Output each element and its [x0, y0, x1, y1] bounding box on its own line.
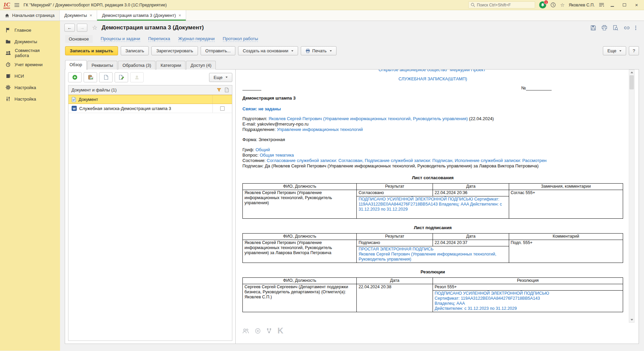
1c-logo-icon: 1С: [3, 2, 10, 8]
files-list-title: Документ и файлы (1): [71, 87, 117, 92]
resolutions-table: ФИО, Должность Дата Резолюция Сергеев Се…: [242, 277, 623, 312]
signed-label: Подписан:: [242, 163, 265, 168]
back-button[interactable]: ←: [64, 24, 75, 32]
preview-icon[interactable]: [613, 25, 618, 31]
print-icon[interactable]: [602, 25, 607, 31]
svg-text:W: W: [73, 107, 76, 110]
chevron-down-icon: [226, 77, 228, 78]
main-menu-icon[interactable]: [14, 3, 20, 7]
org-name-clipped: Открытое акционерное общество "Меркурий …: [242, 70, 623, 73]
sidebar-item-settings-gear[interactable]: Настройка: [0, 82, 60, 93]
close-icon[interactable]: ×: [90, 13, 92, 18]
save-button[interactable]: Записать: [121, 46, 149, 55]
document-footer-icons: K: [242, 327, 283, 335]
more-button[interactable]: Еще: [603, 46, 626, 55]
col-header: Результат: [357, 184, 433, 190]
file-row-memo[interactable]: W Служебная записка-Демонстрация штампа …: [68, 104, 232, 113]
prepared-label: Подготовил:: [242, 116, 268, 121]
scan-button[interactable]: [130, 72, 144, 82]
scroll-up-button[interactable]: [629, 70, 634, 75]
state-label: Состояние:: [242, 158, 267, 163]
scrollbar-thumb[interactable]: [630, 75, 634, 89]
col-header: Результат: [357, 234, 433, 240]
sidebar-item-collaboration[interactable]: Совместная работа: [0, 47, 60, 59]
paste-from-clipboard-button[interactable]: [84, 72, 97, 82]
send-button[interactable]: Отправить...: [201, 46, 235, 55]
scroll-down-button[interactable]: [629, 317, 634, 322]
add-button[interactable]: [68, 72, 82, 82]
close-icon[interactable]: ×: [179, 13, 181, 18]
form-tabstrip: Обзор Реквизиты Обработка (3) Категории …: [60, 58, 644, 69]
nav-correspondence[interactable]: Переписка: [148, 36, 170, 42]
relations-link[interactable]: Связи: не заданы: [242, 106, 623, 111]
nav-processes-tasks[interactable]: Процессы и задачи: [101, 36, 140, 42]
more-options-kebab-icon[interactable]: [635, 26, 636, 30]
search-input[interactable]: [477, 3, 533, 7]
tab-requisites[interactable]: Реквизиты: [87, 61, 118, 70]
number-row: №: [242, 85, 623, 90]
resolution-date: 22.04.2024 20:38: [357, 284, 433, 312]
file-preview-icon[interactable]: [225, 87, 229, 92]
nav-transfer-log[interactable]: Журнал передачи: [178, 36, 215, 42]
save-settings-icon[interactable]: [590, 25, 596, 31]
state-value[interactable]: Согласование служебной записки: Согласов…: [267, 158, 547, 163]
tab-documents[interactable]: Документы ×: [60, 10, 97, 21]
notifications-bell-icon[interactable]: 1: [539, 1, 546, 8]
col-header: ФИО, Должность: [243, 234, 357, 240]
grif-link[interactable]: Общий: [256, 147, 270, 152]
nav-main[interactable]: Основное: [65, 35, 93, 43]
sidebar-item-time-tracking[interactable]: Учет времени: [0, 59, 60, 70]
forward-button[interactable]: →: [77, 24, 87, 32]
customize-list-icon[interactable]: [216, 87, 222, 92]
nav-work-protocol[interactable]: Протокол работы: [223, 36, 258, 42]
register-button[interactable]: Зарегистрировать: [151, 46, 198, 55]
chevron-down-icon: [330, 50, 332, 52]
sidebar-item-nsi[interactable]: НСИ: [0, 70, 60, 82]
resolution-text: Резол 555+: [433, 284, 623, 291]
edit-file-button[interactable]: [115, 72, 128, 82]
restore-button[interactable]: [620, 2, 628, 8]
col-header: Дата: [357, 278, 433, 284]
department-link[interactable]: Управление информационных технологий: [277, 127, 363, 132]
global-search[interactable]: [468, 1, 535, 8]
question-link[interactable]: Общая тематика: [260, 153, 294, 158]
new-file-button[interactable]: [99, 72, 113, 82]
file-row-document[interactable]: Документ: [68, 95, 232, 104]
prepared-person-link[interactable]: Яковлев Сергей Петрович (Управление инфо…: [268, 116, 468, 121]
book-icon: [5, 73, 11, 79]
current-user[interactable]: Яковлев С.П.: [569, 3, 595, 7]
resolution-fio: Сергеев Сергей Сергеевич (Департамент по…: [243, 284, 357, 312]
tab-demo-stamp-document[interactable]: Демонстрация штампа 3 (Документ) ×: [97, 10, 186, 21]
save-and-close-button[interactable]: Записать и закрыть: [65, 46, 118, 55]
vertical-scrollbar[interactable]: [629, 70, 635, 323]
tab-processing[interactable]: Обработка (3): [118, 61, 155, 70]
print-button[interactable]: Печать: [301, 46, 336, 55]
tab-categories[interactable]: Категории: [156, 61, 185, 70]
minimize-button[interactable]: [608, 2, 616, 8]
home-icon: [5, 13, 9, 18]
tab-home[interactable]: Начальная страница: [0, 10, 60, 21]
link-icon[interactable]: [624, 25, 630, 31]
tab-overview[interactable]: Обзор: [65, 60, 87, 70]
sidebar-item-documents[interactable]: Документы: [0, 36, 60, 47]
user-menu-icon[interactable]: [599, 3, 604, 7]
close-button[interactable]: ×: [633, 2, 641, 8]
favorites-star-icon[interactable]: ☆: [560, 2, 564, 7]
sidebar: Главное Документы Совместная работа Учет…: [0, 21, 60, 351]
sidebar-item-settings-sliders[interactable]: Настройка: [0, 93, 60, 105]
stamp-title: СЛУЖЕБНАЯ ЗАПИСКА(ШТАМП): [242, 76, 623, 81]
files-more-button[interactable]: Еще: [209, 73, 232, 82]
history-icon[interactable]: [550, 2, 556, 8]
sidebar-item-main[interactable]: Главное: [0, 24, 60, 36]
create-from-button[interactable]: Создать на основании: [238, 46, 298, 55]
tab-access[interactable]: Доступ (4): [186, 61, 216, 70]
help-button[interactable]: ?: [629, 46, 639, 55]
form-kind-value: Электронная: [259, 137, 285, 142]
search-icon: [471, 3, 475, 7]
signing-comment: Подп. 555+: [509, 240, 623, 263]
signed-value: Да (Яковлев Сергей Петрович (Управление …: [265, 163, 538, 168]
file-checkbox[interactable]: [220, 106, 225, 111]
favorite-star-icon[interactable]: ☆: [92, 24, 97, 31]
chevron-down-icon: [619, 50, 621, 52]
signing-table: ФИО, Должность Результат Дата Комментари…: [242, 233, 623, 263]
